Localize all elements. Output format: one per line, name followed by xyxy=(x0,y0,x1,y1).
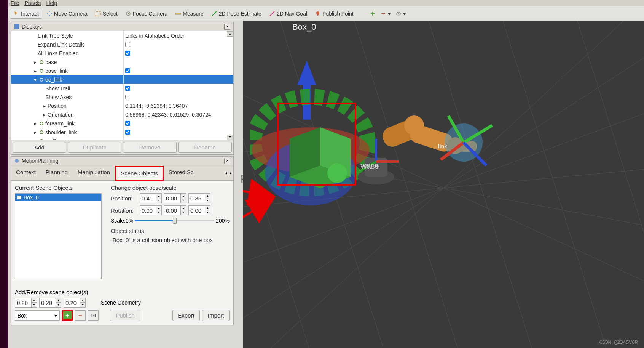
focus-camera-button[interactable]: Focus Camera xyxy=(122,9,171,19)
spin-down[interactable]: ▼ xyxy=(80,303,85,307)
rot-y-spinner[interactable]: ▲▼ xyxy=(164,205,186,215)
add-object-button[interactable] xyxy=(62,310,73,321)
clear-object-button[interactable] xyxy=(88,310,99,321)
pose-estimate-button[interactable]: 2D Pose Estimate xyxy=(208,9,265,19)
rot-z-spinner[interactable]: ▲▼ xyxy=(188,205,210,215)
nav-goal-button[interactable]: 2D Nav Goal xyxy=(266,9,311,19)
spin-down[interactable]: ▼ xyxy=(156,198,161,203)
shoulder-link-checkbox[interactable] xyxy=(125,130,130,135)
tree-row-forearm-link[interactable]: ▸forearm_link xyxy=(11,119,123,128)
scale-slider[interactable] xyxy=(135,220,214,221)
scale-slider-thumb[interactable] xyxy=(173,218,177,224)
duplicate-display-button[interactable]: Duplicate xyxy=(68,142,121,153)
chevron-right-icon[interactable]: ▸ xyxy=(32,120,38,127)
tree-label-column[interactable]: Link Tree Style Expand Link Details All … xyxy=(11,31,124,140)
tree-row-ee-link[interactable]: ▾ee_link xyxy=(11,75,123,84)
tree-row-all-links-enabled[interactable]: All Links Enabled xyxy=(11,49,123,58)
menu-panels[interactable]: Panels xyxy=(25,0,41,6)
rename-display-button[interactable]: Rename xyxy=(178,142,232,153)
displays-close-button[interactable]: ✕ xyxy=(224,24,230,30)
dim-z-spinner[interactable]: ▲▼ xyxy=(64,298,86,308)
spin-up[interactable]: ▲ xyxy=(205,194,210,198)
tree-row-expand-link-details[interactable]: Expand Link Details xyxy=(11,40,123,49)
spin-up[interactable]: ▲ xyxy=(31,298,37,303)
export-scene-button[interactable]: Export xyxy=(172,310,200,321)
pos-x-input[interactable] xyxy=(140,194,156,202)
menu-help[interactable]: Help xyxy=(46,0,57,6)
cso-list[interactable]: Box_0 xyxy=(15,193,102,279)
tree-row-orientation[interactable]: ▸Orientation xyxy=(11,110,123,119)
val-forearm-link[interactable] xyxy=(124,119,233,128)
pos-z-input[interactable] xyxy=(189,194,205,202)
tab-context[interactable]: Context xyxy=(11,165,41,180)
spin-down[interactable]: ▼ xyxy=(205,198,210,203)
spin-down[interactable]: ▼ xyxy=(180,198,186,203)
val-expand-link-details[interactable] xyxy=(124,40,233,49)
dim-y-spinner[interactable]: ▲▼ xyxy=(39,298,61,308)
view-tool-button[interactable]: ▾ xyxy=(394,8,408,19)
dim-x-input[interactable] xyxy=(15,299,31,307)
spin-up[interactable]: ▲ xyxy=(56,298,61,303)
dim-x-spinner[interactable]: ▲▼ xyxy=(15,298,37,308)
add-tool-button[interactable] xyxy=(368,9,378,19)
pos-y-input[interactable] xyxy=(164,194,180,202)
viewport-3d[interactable]: Box_0 xyxy=(243,21,644,348)
publish-scene-button[interactable]: Publish xyxy=(110,310,140,321)
tree-row-base-link[interactable]: ▸base_link xyxy=(11,66,123,75)
base-link-checkbox[interactable] xyxy=(125,68,130,73)
spin-down[interactable]: ▼ xyxy=(56,303,61,307)
val-show-axes[interactable] xyxy=(124,93,233,101)
publish-point-button[interactable]: Publish Point xyxy=(311,9,357,19)
tab-stored-scenes[interactable]: Stored Sc xyxy=(164,165,199,180)
scroll-up-button[interactable]: ▲ xyxy=(227,31,233,37)
dim-y-input[interactable] xyxy=(40,299,56,307)
rot-x-input[interactable] xyxy=(140,207,156,215)
menu-file[interactable]: File xyxy=(11,0,19,6)
chevron-right-icon[interactable]: ▸ xyxy=(41,103,47,109)
rot-z-input[interactable] xyxy=(189,207,205,215)
show-trail-checkbox[interactable] xyxy=(125,86,130,91)
select-button[interactable]: Select xyxy=(92,9,121,19)
cso-item-checkbox[interactable] xyxy=(17,195,21,200)
pos-z-spinner[interactable]: ▲▼ xyxy=(188,193,210,203)
tab-manipulation[interactable]: Manipulation xyxy=(73,165,115,180)
remove-tool-button[interactable]: ▾ xyxy=(378,8,393,19)
tab-planning[interactable]: Planning xyxy=(41,165,73,180)
chevron-right-icon[interactable]: ▸ xyxy=(32,138,38,140)
spin-up[interactable]: ▲ xyxy=(80,298,85,303)
chevron-down-icon[interactable]: ▾ xyxy=(32,77,38,83)
shape-combo[interactable]: Box ▾ xyxy=(15,310,60,321)
measure-button[interactable]: Measure xyxy=(172,9,207,19)
spin-up[interactable]: ▲ xyxy=(156,194,161,198)
tab-scene-objects[interactable]: Scene Objects xyxy=(115,166,164,181)
tree-row-shoulder-link[interactable]: ▸shoulder_link xyxy=(11,128,123,136)
tree-row-position[interactable]: ▸Position xyxy=(11,101,123,110)
spin-up[interactable]: ▲ xyxy=(180,206,186,210)
cso-item-box0[interactable]: Box_0 xyxy=(15,194,101,201)
remove-object-button[interactable] xyxy=(75,310,86,321)
move-camera-button[interactable]: Move Camera xyxy=(43,9,91,19)
spin-down[interactable]: ▼ xyxy=(31,303,37,307)
add-display-button[interactable]: Add xyxy=(13,142,66,153)
pos-y-spinner[interactable]: ▲▼ xyxy=(164,193,186,203)
chevron-right-icon[interactable]: ▸ xyxy=(32,59,38,65)
val-base-link[interactable] xyxy=(124,66,233,75)
tab-scroll-left[interactable]: ◂ xyxy=(223,171,228,175)
val-show-trail[interactable] xyxy=(124,84,233,93)
chevron-right-icon[interactable]: ▸ xyxy=(32,68,38,74)
chevron-right-icon[interactable]: ▸ xyxy=(41,112,47,118)
rot-y-input[interactable] xyxy=(164,207,180,215)
import-scene-button[interactable]: Import xyxy=(202,310,230,321)
forearm-link-checkbox[interactable] xyxy=(125,121,130,126)
chevron-right-icon[interactable]: ▸ xyxy=(32,129,38,135)
spin-up[interactable]: ▲ xyxy=(180,194,186,198)
dim-z-input[interactable] xyxy=(64,299,80,307)
spin-down[interactable]: ▼ xyxy=(156,210,161,215)
interact-button[interactable]: Interact xyxy=(10,9,42,19)
rot-x-spinner[interactable]: ▲▼ xyxy=(140,205,162,215)
spin-down[interactable]: ▼ xyxy=(205,210,210,215)
all-links-enabled-checkbox[interactable] xyxy=(125,51,130,56)
expand-link-details-checkbox[interactable] xyxy=(125,42,130,47)
tree-row-base[interactable]: ▸base xyxy=(11,58,123,66)
tree-row-show-axes[interactable]: Show Axes xyxy=(11,93,123,101)
